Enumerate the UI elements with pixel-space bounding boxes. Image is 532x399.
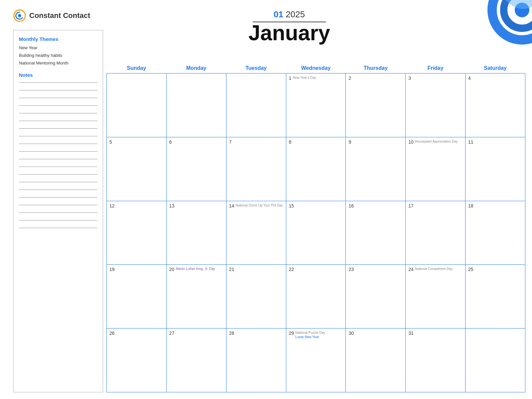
day-number: 19 <box>109 267 164 272</box>
calendar-cell: 9 <box>346 137 406 201</box>
day-event: New Year's Day <box>293 75 316 80</box>
decorative-circles <box>479 0 532 53</box>
day-number: 21 <box>229 267 283 272</box>
day-number: 13 <box>169 203 223 208</box>
day-number: 26 <box>109 331 164 336</box>
calendar-cell: 17 <box>406 201 466 265</box>
notes-line <box>19 174 97 175</box>
notes-line <box>19 151 97 152</box>
day-number: 31 <box>408 331 463 336</box>
calendar-cell: 5 <box>107 137 167 201</box>
day-number: 23 <box>348 267 403 272</box>
calendar-cell: 23 <box>346 265 406 329</box>
calendar-week-row-1: 5678910Houseplant Appreciation Day11 <box>107 137 525 201</box>
notes-line <box>19 144 97 144</box>
day-number: 11 <box>468 139 522 145</box>
day-number: 5 <box>109 139 164 145</box>
day-number: 29 <box>289 331 294 336</box>
notes-line <box>19 220 97 220</box>
calendar-cell: 26 <box>107 329 167 392</box>
day-number: 4 <box>468 75 522 81</box>
day-number: 1 <box>289 75 292 81</box>
day-number: 10 <box>408 139 414 145</box>
day-number: 15 <box>289 203 343 208</box>
calendar-week-row-3: 1920Martin Luther King, Jr. Day21222324N… <box>107 265 525 329</box>
day-number: 28 <box>229 331 283 336</box>
logo-area: Constant Contact <box>13 9 90 22</box>
day-number: 2 <box>348 75 403 81</box>
theme-item-2: Building healthy habits <box>19 53 97 58</box>
notes-line <box>19 82 97 83</box>
day-number: 7 <box>229 139 283 145</box>
calendar-week-row-4: 26272829National Puzzle DayLunar New Yea… <box>107 329 525 392</box>
col-thursday: Thursday <box>346 63 406 73</box>
notes-line <box>19 182 97 182</box>
notes-line <box>19 197 97 198</box>
calendar-container: Sunday Monday Tuesday Wednesday Thursday… <box>106 63 525 392</box>
calendar-grid: Sunday Monday Tuesday Wednesday Thursday… <box>106 63 525 392</box>
notes-line <box>19 113 97 113</box>
calendar-cell: 18 <box>466 201 525 265</box>
day-event: Martin Luther King, Jr. Day <box>176 267 215 271</box>
calendar-cell: 22 <box>286 265 346 329</box>
notes-line <box>19 212 97 213</box>
month-name: January <box>106 22 472 44</box>
col-wednesday: Wednesday <box>286 63 346 73</box>
month-header: 01 2025 January <box>106 9 472 44</box>
notes-line <box>19 167 97 167</box>
notes-line <box>19 98 97 98</box>
theme-item-1: New Year <box>19 45 97 50</box>
day-number: 12 <box>109 203 164 208</box>
day-event: National Compliment Day <box>415 267 453 271</box>
year-text: 2025 <box>286 9 305 19</box>
calendar-cell: 28 <box>226 329 286 392</box>
calendar-header-row: Sunday Monday Tuesday Wednesday Thursday… <box>107 63 525 73</box>
calendar-cell: 20Martin Luther King, Jr. Day <box>166 265 226 329</box>
day-number: 20 <box>169 267 175 272</box>
calendar-cell: 10Houseplant Appreciation Day <box>406 137 466 201</box>
month-year-line: 01 2025 <box>106 9 472 20</box>
day-number: 27 <box>169 331 223 336</box>
calendar-cell: 15 <box>286 201 346 265</box>
day-number: 25 <box>468 267 522 272</box>
calendar-cell: 24National Compliment Day <box>406 265 466 329</box>
calendar-cell: 25 <box>466 265 525 329</box>
day-number: 8 <box>289 139 343 145</box>
col-friday: Friday <box>406 63 466 73</box>
calendar-week-row-2: 121314National Dress Up Your Pet Day1516… <box>107 201 525 265</box>
day-number: 17 <box>408 203 463 208</box>
calendar-cell: 31 <box>406 329 466 392</box>
notes-line <box>19 90 97 90</box>
calendar-cell <box>226 73 286 137</box>
notes-line <box>19 190 97 190</box>
notes-line <box>19 128 97 129</box>
notes-line <box>19 136 97 136</box>
day-number: 16 <box>348 203 403 208</box>
day-number: 22 <box>289 267 343 272</box>
calendar-cell <box>107 73 167 137</box>
day-number: 18 <box>468 203 522 208</box>
logo-text: Constant Contact <box>29 11 90 20</box>
theme-item-3: National Mentoring Month <box>19 61 97 66</box>
day-number: 3 <box>408 75 463 81</box>
sidebar: Monthly Themes New Year Building healthy… <box>13 30 103 392</box>
calendar-cell: 6 <box>166 137 226 201</box>
calendar-cell: 16 <box>346 201 406 265</box>
calendar-cell: 27 <box>166 329 226 392</box>
calendar-cell <box>166 73 226 137</box>
calendar-cell: 1New Year's Day <box>286 73 346 137</box>
notes-line <box>19 159 97 159</box>
day-event: Houseplant Appreciation Day <box>415 139 458 144</box>
notes-title: Notes <box>19 72 97 78</box>
themes-title: Monthly Themes <box>19 36 97 42</box>
day-event: National Dress Up Your Pet Day <box>235 203 283 207</box>
col-sunday: Sunday <box>107 63 167 73</box>
calendar-cell: 14National Dress Up Your Pet Day <box>226 201 286 265</box>
day-number: 24 <box>408 267 414 272</box>
calendar-cell: 30 <box>346 329 406 392</box>
col-saturday: Saturday <box>466 63 525 73</box>
col-tuesday: Tuesday <box>226 63 286 73</box>
day-number: 9 <box>348 139 403 145</box>
calendar-cell: 8 <box>286 137 346 201</box>
notes-line <box>19 205 97 205</box>
